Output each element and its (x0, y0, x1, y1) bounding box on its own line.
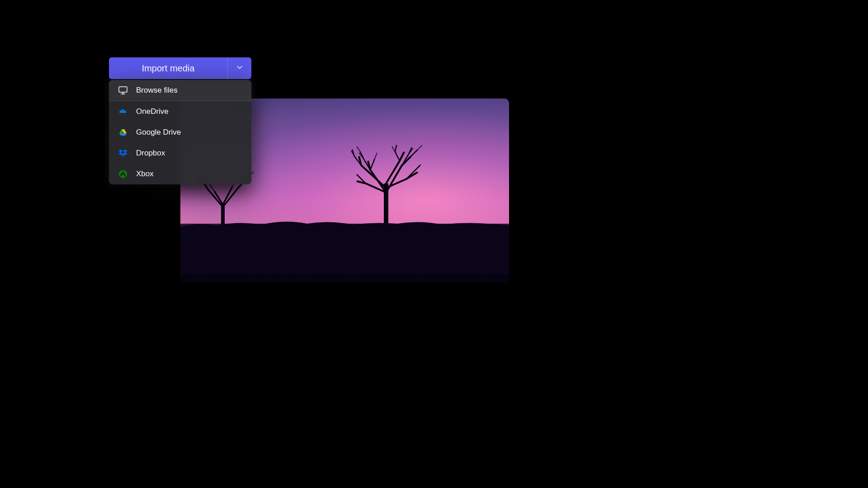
dropbox-icon (118, 148, 128, 158)
import-media-button[interactable]: Import media (109, 57, 228, 79)
onedrive-icon (118, 107, 128, 117)
import-media-label: Import media (142, 63, 195, 74)
dropdown-item-googledrive[interactable]: Google Drive (109, 122, 251, 143)
dropdown-item-label: Browse files (136, 86, 178, 95)
dropdown-item-browse-files[interactable]: Browse files (109, 80, 251, 101)
dropdown-item-label: Dropbox (136, 149, 165, 158)
dropdown-item-onedrive[interactable]: OneDrive (109, 101, 251, 122)
chevron-down-icon (236, 64, 243, 72)
dropdown-item-label: OneDrive (136, 107, 169, 116)
preview-ground (180, 224, 509, 283)
monitor-icon (118, 85, 128, 95)
import-media-dropdown-toggle[interactable] (228, 57, 251, 79)
googledrive-icon (118, 127, 128, 137)
dropdown-item-label: Xbox (136, 169, 154, 178)
import-source-dropdown: Browse files OneDrive Google Drive (109, 80, 251, 184)
svg-rect-2 (119, 87, 127, 92)
dropdown-item-dropbox[interactable]: Dropbox (109, 143, 251, 164)
xbox-icon (118, 169, 128, 179)
import-media-split-button: Import media (109, 57, 251, 79)
dropdown-item-label: Google Drive (136, 128, 181, 137)
dropdown-item-xbox[interactable]: Xbox (109, 164, 251, 184)
